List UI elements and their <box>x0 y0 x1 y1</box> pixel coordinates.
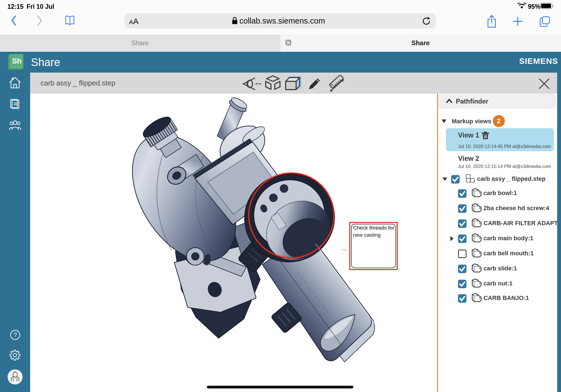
svg-text:?: ? <box>13 331 17 338</box>
